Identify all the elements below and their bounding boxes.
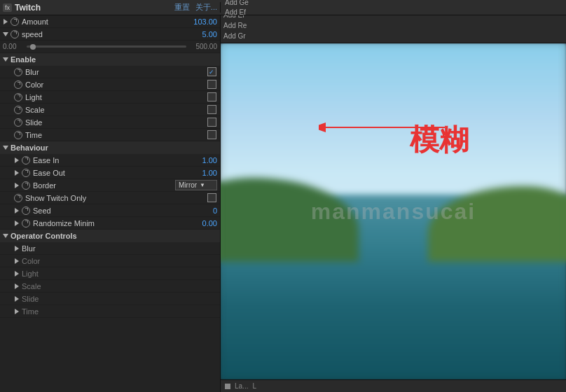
seed-clock-icon[interactable] — [22, 206, 30, 215]
show-twitch-checkbox[interactable] — [207, 193, 216, 202]
add-re-item[interactable]: Add Re — [223, 20, 247, 31]
op-time-row[interactable]: Time — [0, 305, 220, 318]
op-slide-triangle[interactable] — [14, 296, 20, 302]
op-scale-row[interactable]: Scale — [0, 280, 220, 293]
ease-out-value[interactable]: 1.00 — [189, 169, 217, 177]
op-color-row[interactable]: Color — [0, 255, 220, 267]
blur-checkbox[interactable] — [207, 67, 216, 76]
behaviour-label: Behaviour — [11, 144, 48, 152]
enable-section[interactable]: Enable — [0, 53, 220, 66]
speed-clock-icon[interactable] — [11, 30, 19, 38]
light-clock-icon[interactable] — [14, 93, 22, 102]
ease-out-row[interactable]: Ease Out 1.00 — [0, 167, 220, 179]
time-checkbox-container[interactable] — [206, 130, 217, 141]
speed-triangle[interactable] — [3, 31, 8, 37]
slide-checkbox-container[interactable] — [206, 117, 217, 128]
slide-row[interactable]: Slide — [0, 116, 220, 129]
ease-in-clock-icon[interactable] — [22, 156, 30, 164]
scale-row[interactable]: Scale — [0, 104, 220, 116]
left-panel: Amount 103.00 speed 5.00 0.00 500.00 Ena… — [0, 15, 221, 392]
op-light-triangle[interactable] — [14, 271, 20, 276]
speed-value[interactable]: 5.00 — [189, 30, 217, 38]
op-light-row[interactable]: Light — [0, 267, 220, 280]
speed-slider-row: 0.00 500.00 — [0, 41, 220, 53]
randomize-min-triangle[interactable] — [14, 220, 20, 226]
show-twitch-checkbox-container[interactable] — [206, 192, 217, 204]
blur-overlay — [221, 43, 566, 379]
border-dropdown[interactable]: Mirror ▼ — [175, 180, 217, 190]
ease-in-row[interactable]: Ease In 1.00 — [0, 154, 220, 167]
about-button[interactable]: 关于... — [195, 2, 217, 13]
blur-clock-icon[interactable] — [14, 68, 22, 76]
speed-row[interactable]: speed 5.00 — [0, 28, 220, 41]
op-blur-row[interactable]: Blur — [0, 242, 220, 255]
operator-controls-section[interactable]: Operator Controls — [0, 230, 220, 242]
ease-out-label: Ease Out — [33, 169, 189, 177]
scale-clock-icon[interactable] — [14, 106, 22, 114]
reset-button[interactable]: 重置 — [174, 2, 190, 13]
speed-slider-thumb[interactable] — [30, 44, 36, 50]
ease-in-triangle[interactable] — [14, 158, 20, 163]
amount-clock-icon[interactable] — [11, 18, 19, 26]
op-color-triangle[interactable] — [14, 258, 20, 264]
top-bar: fx Twitch 重置 关于... Add Ge Add Ef — [0, 0, 566, 15]
enable-triangle[interactable] — [3, 57, 8, 62]
color-checkbox-container[interactable] — [206, 79, 217, 90]
ease-out-clock-icon[interactable] — [22, 169, 30, 177]
color-checkbox[interactable] — [207, 80, 216, 89]
ease-in-value[interactable]: 1.00 — [189, 156, 217, 164]
op-controls-triangle[interactable] — [3, 233, 8, 239]
add-items-list: Add Ge Add Ef — [225, 0, 249, 18]
speed-slider-track[interactable] — [27, 46, 186, 48]
randomize-min-value[interactable]: 0.00 — [189, 219, 217, 227]
behaviour-triangle[interactable] — [3, 145, 8, 150]
scale-checkbox[interactable] — [207, 105, 216, 114]
op-blur-triangle[interactable] — [14, 246, 20, 251]
color-row[interactable]: Color — [0, 78, 220, 91]
border-triangle[interactable] — [14, 183, 20, 188]
add-ef-item[interactable]: Add Ef — [223, 15, 247, 20]
seed-row[interactable]: Seed 0 — [0, 204, 220, 217]
time-row[interactable]: Time — [0, 129, 220, 141]
time-checkbox[interactable] — [207, 130, 216, 139]
op-slide-row[interactable]: Slide — [0, 293, 220, 305]
randomize-min-clock-icon[interactable] — [22, 219, 30, 227]
slider-max-label: 500.00 — [189, 43, 217, 50]
op-time-label: Time — [22, 307, 217, 316]
show-twitch-clock-icon[interactable] — [14, 194, 22, 202]
preview-top-strip: Add Ge Add Ef Add Re Add Gr — [221, 15, 566, 43]
amount-row[interactable]: Amount 103.00 — [0, 15, 220, 28]
show-twitch-only-label: Show Twitch Only — [25, 194, 206, 202]
amount-value[interactable]: 103.00 — [189, 18, 217, 26]
behaviour-section[interactable]: Behaviour — [0, 141, 220, 154]
light-row[interactable]: Light — [0, 91, 220, 104]
show-twitch-only-row[interactable]: Show Twitch Only — [0, 192, 220, 204]
slide-checkbox[interactable] — [207, 118, 216, 127]
op-time-triangle[interactable] — [14, 309, 20, 314]
blur-checkbox-container[interactable] — [206, 66, 217, 78]
slide-clock-icon[interactable] — [14, 118, 22, 127]
plugin-name: Twitch — [15, 3, 174, 13]
add-gr-item[interactable]: Add Gr — [223, 31, 247, 41]
seed-value[interactable]: 0 — [189, 206, 217, 215]
randomize-min-row[interactable]: Randomize Minim 0.00 — [0, 217, 220, 230]
seed-triangle[interactable] — [14, 208, 20, 214]
color-clock-icon[interactable] — [14, 80, 22, 89]
light-checkbox-container[interactable] — [206, 92, 217, 103]
blur-row[interactable]: Blur — [0, 66, 220, 78]
time-clock-icon[interactable] — [14, 131, 22, 139]
border-clock-icon[interactable] — [22, 181, 30, 190]
add-item-1[interactable]: Add Ge — [225, 0, 249, 8]
ease-out-triangle[interactable] — [14, 170, 20, 176]
light-checkbox[interactable] — [207, 92, 216, 102]
op-scale-triangle[interactable] — [14, 284, 20, 289]
op-color-label: Color — [22, 257, 217, 265]
amount-triangle[interactable] — [3, 19, 8, 24]
scale-checkbox-container[interactable] — [206, 104, 217, 115]
border-label: Border — [33, 181, 175, 190]
preview-area: 模糊 manmansucai — [221, 43, 566, 379]
square-marker-icon — [225, 384, 230, 389]
add-items-right: Add Ge Add Ef Add Re Add Gr — [223, 15, 247, 41]
border-row[interactable]: Border Mirror ▼ — [0, 179, 220, 192]
light-label: Light — [25, 93, 206, 102]
